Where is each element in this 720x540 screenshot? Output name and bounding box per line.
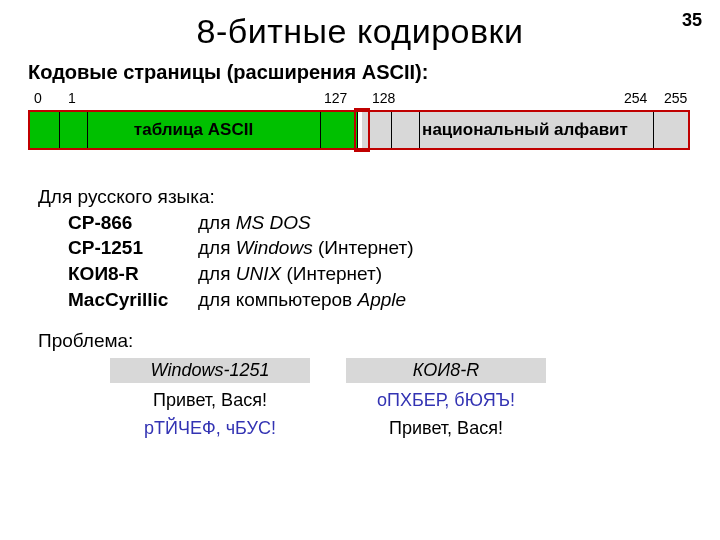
subtitle: Кодовые страницы (расширения ASCII): bbox=[28, 61, 720, 84]
col-head-windows: Windows-1251 bbox=[110, 358, 310, 383]
problem-heading: Проблема: bbox=[38, 330, 720, 352]
tick-255: 255 bbox=[664, 90, 687, 106]
cell-koi-garbled: оПХБЕР, бЮЯЪ! bbox=[346, 387, 546, 414]
encoding-comparison-grid: Windows-1251 КОИ8-R Привет, Вася! оПХБЕР… bbox=[110, 358, 720, 442]
cell-win-garbled: рТЙЧЕФ, чБУС! bbox=[110, 415, 310, 442]
national-half: национальный алфавит bbox=[362, 112, 688, 148]
tick-127: 127 bbox=[324, 90, 347, 106]
boundary-highlight bbox=[354, 108, 370, 152]
ascii-caption: таблица ASCII bbox=[134, 120, 253, 140]
encoding-desc: для MS DOS bbox=[198, 210, 311, 236]
col-head-koi8: КОИ8-R bbox=[346, 358, 546, 383]
byte-range-diagram: 0 1 127 128 254 255 таблица ASCII национ… bbox=[28, 90, 692, 162]
encodings-block: Для русского языка: CP-866 для MS DOS CP… bbox=[38, 184, 720, 312]
encoding-desc: для UNIX (Интернет) bbox=[198, 261, 382, 287]
lang-intro: Для русского языка: bbox=[38, 184, 720, 210]
encoding-name: CP-1251 bbox=[68, 235, 198, 261]
encoding-row: CP-866 для MS DOS bbox=[68, 210, 720, 236]
ascii-half: таблица ASCII bbox=[30, 112, 358, 148]
cell-koi-correct: Привет, Вася! bbox=[346, 415, 546, 442]
encoding-desc: для Windows (Интернет) bbox=[198, 235, 414, 261]
encoding-row: CP-1251 для Windows (Интернет) bbox=[68, 235, 720, 261]
page-number: 35 bbox=[682, 10, 702, 31]
encoding-name: КОИ8-R bbox=[68, 261, 198, 287]
page-title: 8-битные кодировки bbox=[0, 12, 720, 51]
tick-0: 0 bbox=[34, 90, 42, 106]
tick-128: 128 bbox=[372, 90, 395, 106]
national-caption: национальный алфавит bbox=[422, 120, 628, 140]
encoding-row: MacCyrillic для компьютеров Apple bbox=[68, 287, 720, 313]
encoding-row: КОИ8-R для UNIX (Интернет) bbox=[68, 261, 720, 287]
cell-win-correct: Привет, Вася! bbox=[110, 387, 310, 414]
encoding-desc: для компьютеров Apple bbox=[198, 287, 406, 313]
encoding-name: CP-866 bbox=[68, 210, 198, 236]
tick-254: 254 bbox=[624, 90, 647, 106]
tick-1: 1 bbox=[68, 90, 76, 106]
encoding-name: MacCyrillic bbox=[68, 287, 198, 313]
